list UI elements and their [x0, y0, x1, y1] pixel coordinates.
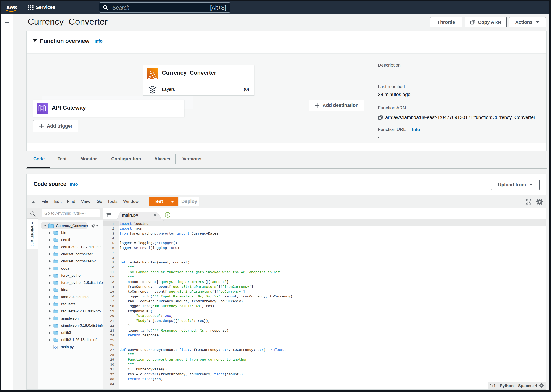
svg-text:aws: aws	[7, 4, 17, 10]
svg-text:</>: </>	[41, 107, 44, 110]
